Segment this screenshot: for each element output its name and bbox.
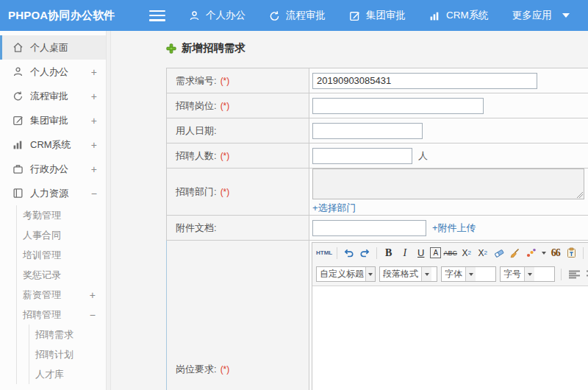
- sidebar-item-group-approval[interactable]: 集团审批 +: [0, 108, 106, 132]
- sidebar-item-talent-pool[interactable]: 人才库: [29, 364, 106, 384]
- redo-icon[interactable]: [358, 246, 372, 260]
- sidebar-item-label: 人力资源: [30, 187, 91, 200]
- sidebar-item-attendance-management[interactable]: 考勤管理: [17, 205, 106, 225]
- html-source-button[interactable]: HTML: [316, 246, 332, 260]
- attach-upload-link[interactable]: +附件上传: [432, 221, 476, 235]
- expand-icon[interactable]: +: [91, 139, 97, 151]
- required-mark: (*): [220, 101, 230, 111]
- edit-icon: [12, 115, 24, 126]
- nav-label: 个人办公: [206, 9, 245, 22]
- req-no-input[interactable]: [312, 73, 537, 89]
- nav-group-approval[interactable]: 集团审批: [349, 9, 406, 22]
- autotype-button[interactable]: A: [430, 247, 441, 258]
- label-text: 岗位要求:: [176, 363, 217, 376]
- sidebar-item-crm-system[interactable]: CRM系统 +: [0, 132, 106, 157]
- custom-heading-select[interactable]: 自定义标题: [316, 266, 376, 282]
- job-input[interactable]: [312, 98, 484, 114]
- sidebar-item-recruit-plan[interactable]: 招聘计划: [29, 344, 106, 364]
- select-dept-link[interactable]: +选择部门: [312, 202, 356, 215]
- nav-label: 流程审批: [286, 9, 326, 22]
- sidebar-item-personal-desktop[interactable]: 个人桌面: [0, 35, 106, 60]
- top-bar: PHPOA协同办公软件 个人办公 流程审批 集团审批: [0, 0, 588, 31]
- sidebar-item-salary-management[interactable]: 薪资管理 +: [17, 285, 106, 305]
- blockquote-button[interactable]: 66: [548, 246, 562, 260]
- sidebar-item-label: 招聘需求: [35, 328, 106, 341]
- app-logo: PHPOA协同办公软件: [0, 9, 107, 23]
- sidebar-item-label: 流程审批: [30, 90, 91, 103]
- select-value: 自定义标题: [317, 268, 365, 280]
- chevron-down-icon: [365, 267, 375, 281]
- count-input[interactable]: [312, 148, 412, 164]
- align-left-icon[interactable]: [567, 267, 581, 281]
- italic-button[interactable]: I: [398, 246, 412, 260]
- paragraph-format-select[interactable]: 段落格式: [379, 266, 437, 282]
- eraser-icon[interactable]: [492, 246, 506, 260]
- strikethrough-button[interactable]: ABC: [443, 246, 457, 260]
- sidebar-item-admin-office[interactable]: 行政办公 +: [0, 157, 106, 181]
- collapse-icon[interactable]: −: [90, 309, 96, 321]
- align-center-icon[interactable]: [585, 267, 588, 281]
- undo-icon[interactable]: [342, 246, 356, 260]
- nav-more-apps[interactable]: 更多应用: [512, 9, 570, 22]
- book-icon: [12, 188, 24, 199]
- page-title: 新增招聘需求: [182, 41, 245, 55]
- resize-grip-icon[interactable]: [576, 191, 583, 198]
- expand-icon[interactable]: +: [91, 115, 97, 127]
- chevron-down-icon: [465, 267, 476, 281]
- font-size-select[interactable]: 字号: [500, 266, 555, 282]
- sidebar-item-label: 集团审批: [30, 114, 91, 127]
- sidebar-item-personnel-contract[interactable]: 人事合同: [17, 225, 106, 245]
- sup-base: X: [462, 248, 467, 258]
- expand-icon[interactable]: +: [91, 163, 97, 175]
- user-icon: [12, 66, 24, 77]
- menu-toggle-icon[interactable]: [149, 10, 165, 21]
- date-input[interactable]: [312, 123, 423, 139]
- format-brush-icon[interactable]: [508, 246, 522, 260]
- sidebar-item-personal-office[interactable]: 个人办公 +: [0, 60, 106, 84]
- sidebar-item-label: 考勤管理: [23, 209, 106, 222]
- label-text: 招聘岗位:: [176, 99, 217, 113]
- nav-crm-system[interactable]: CRM系统: [429, 9, 489, 22]
- sidebar-item-label: 个人桌面: [30, 41, 97, 54]
- sidebar-item-workflow-approval[interactable]: 流程审批 +: [0, 84, 106, 108]
- sidebar-item-recruit-demand[interactable]: 招聘需求: [29, 325, 106, 344]
- label-text: 用人日期:: [176, 124, 217, 138]
- sidebar-item-label: 奖惩记录: [23, 269, 106, 282]
- editor-toolbar-top: HTML B I U: [312, 243, 588, 263]
- edit-icon: [349, 10, 360, 21]
- bold-button[interactable]: B: [381, 246, 395, 260]
- paste-format-icon[interactable]: [564, 246, 578, 260]
- sub-base: X: [478, 248, 484, 258]
- underline-button[interactable]: U: [414, 246, 428, 260]
- expand-icon[interactable]: +: [91, 66, 97, 78]
- collapse-icon[interactable]: −: [91, 188, 97, 199]
- toolbar-separator: [376, 247, 377, 259]
- nav-label: 集团审批: [366, 9, 406, 22]
- superscript-button[interactable]: X2: [459, 246, 473, 260]
- font-family-select[interactable]: 字体: [441, 266, 496, 282]
- field-value: [309, 68, 588, 93]
- sidebar-item-recruit-management[interactable]: 招聘管理 −: [17, 305, 106, 325]
- app-window: PHPOA协同办公软件 个人办公 流程审批 集团审批: [0, 0, 588, 390]
- unit-label: 人: [418, 149, 428, 163]
- bar-chart-icon: [429, 10, 440, 21]
- field-value: HTML B I U: [309, 241, 588, 390]
- form-row: 岗位要求: (*) HTML: [166, 241, 588, 390]
- editor-content[interactable]: [312, 286, 588, 390]
- dept-textarea[interactable]: [312, 169, 584, 199]
- sidebar-item-reward-punishment[interactable]: 奖惩记录: [17, 265, 106, 285]
- sidebar-item-training-management[interactable]: 培训管理: [17, 245, 106, 265]
- form-row: 招聘部门: (*) +选择部门: [167, 169, 588, 216]
- color-dropper-icon[interactable]: [524, 246, 538, 260]
- field-label-requirement: 岗位要求: (*): [167, 241, 309, 390]
- caret-down-icon[interactable]: [542, 252, 546, 255]
- field-label-job: 招聘岗位: (*): [167, 93, 309, 118]
- subscript-button[interactable]: X2: [476, 246, 490, 260]
- sidebar-item-human-resources[interactable]: 人力资源 −: [0, 181, 106, 205]
- expand-icon[interactable]: +: [91, 91, 97, 102]
- attach-input[interactable]: [312, 220, 426, 236]
- expand-icon[interactable]: +: [90, 289, 96, 301]
- required-mark: (*): [220, 76, 230, 86]
- nav-personal-office[interactable]: 个人办公: [189, 9, 245, 22]
- nav-workflow-approval[interactable]: 流程审批: [269, 9, 326, 22]
